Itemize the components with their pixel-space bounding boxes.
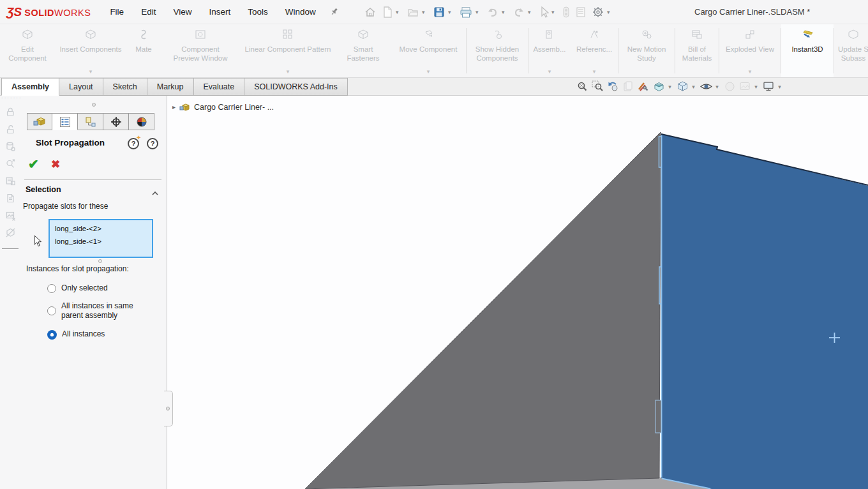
evaluate-tools-icon[interactable] (5, 176, 16, 186)
ribbon-insert-components[interactable]: Insert Components ▾ (55, 24, 126, 77)
cancel-button[interactable]: ✖ (51, 158, 60, 171)
view-orientation-button[interactable] (676, 80, 689, 93)
menu-window[interactable]: Window (285, 7, 316, 17)
model-selected-face-blue[interactable] (661, 134, 868, 489)
tab-configuration-manager[interactable] (78, 113, 103, 130)
pin-menu-button[interactable] (330, 7, 340, 17)
dropdown-arrow[interactable]: ▾ (287, 69, 290, 75)
menu-insert[interactable]: Insert (209, 7, 230, 17)
dynamic-annotation-views-button[interactable] (622, 80, 635, 93)
new-document-button[interactable] (382, 6, 393, 19)
list-item[interactable]: long_side-<2> (50, 222, 152, 235)
document-properties-icon[interactable] (5, 193, 16, 204)
model-side-face-gray[interactable] (305, 132, 661, 489)
tab-property-manager[interactable] (52, 113, 78, 130)
hide-all-types-icon[interactable] (5, 227, 16, 238)
new-dropdown-arrow[interactable]: ▾ (394, 9, 400, 15)
ribbon-component-preview-window[interactable]: ComponentPreview Window (161, 24, 240, 77)
ribbon-update-speedpak-subassemblies[interactable]: Update SSubass (834, 24, 868, 77)
radio-circle[interactable] (47, 284, 56, 293)
hide-show-items-button[interactable] (723, 80, 737, 93)
database-options-icon[interactable] (5, 141, 16, 152)
zoom-to-fit-button[interactable] (576, 80, 589, 93)
panel-splitter-handle[interactable] (164, 391, 173, 426)
redo-dropdown-arrow[interactable]: ▾ (527, 9, 532, 15)
view-settings-dropdown-arrow[interactable]: ▾ (777, 84, 782, 90)
save-dropdown-arrow[interactable]: ▾ (447, 9, 453, 15)
dropdown-arrow[interactable]: ▾ (749, 69, 752, 75)
lock-icon[interactable] (5, 107, 16, 117)
tab-evaluate[interactable]: Evaluate (194, 78, 245, 96)
file-properties-button[interactable] (575, 6, 587, 19)
tab-dimxpert-manager[interactable] (103, 113, 129, 130)
ribbon-show-hidden-components[interactable]: Show HiddenComponents (467, 24, 528, 77)
view-settings-button[interactable] (762, 80, 775, 93)
tab-assembly[interactable]: Assembly (1, 78, 59, 96)
dropdown-arrow[interactable]: ▾ (548, 69, 551, 75)
3d-model-canvas[interactable] (167, 96, 868, 489)
ribbon-reference-geometry[interactable]: Referenc... ▾ (571, 24, 618, 77)
undo-button[interactable] (486, 6, 499, 18)
redo-button[interactable] (513, 6, 525, 18)
save-button[interactable] (433, 6, 445, 19)
graphics-viewport[interactable]: ▸ Cargo Carrier Liner- ... (167, 96, 868, 489)
display-style-button[interactable] (700, 80, 713, 93)
zoom-to-area-button[interactable] (591, 80, 604, 93)
collapse-chevron-icon[interactable] (151, 187, 159, 199)
help-button[interactable]: ? (147, 138, 158, 149)
panel-resize-dot[interactable] (92, 103, 96, 107)
undo-dropdown-arrow[interactable]: ▾ (500, 9, 506, 15)
open-button[interactable] (407, 6, 419, 19)
unlock-icon[interactable] (5, 124, 16, 135)
select-button[interactable] (539, 6, 549, 19)
tab-solidworks-add-ins[interactable]: SOLIDWORKS Add-Ins (244, 78, 348, 96)
ribbon-mate[interactable]: Mate (126, 24, 161, 77)
ribbon-new-motion-study[interactable]: New MotionStudy (618, 24, 675, 77)
radio-only-selected[interactable]: Only selected (47, 283, 108, 293)
rebuild-button[interactable] (562, 6, 570, 19)
print-button[interactable] (459, 6, 473, 19)
dropdown-arrow[interactable]: ▾ (89, 69, 93, 75)
image-quality-icon[interactable] (5, 210, 16, 221)
home-button[interactable] (364, 6, 377, 19)
ribbon-smart-fasteners[interactable]: SmartFasteners (336, 24, 391, 77)
section-view-dropdown-arrow[interactable]: ▾ (667, 84, 673, 90)
previous-view-button[interactable] (606, 80, 620, 93)
open-dropdown-arrow[interactable]: ▾ (421, 9, 426, 15)
print-dropdown-arrow[interactable]: ▾ (474, 9, 480, 15)
dropdown-arrow[interactable]: ▾ (427, 69, 430, 75)
ribbon-move-component[interactable]: Move Component ▾ (391, 24, 466, 77)
options-button[interactable] (592, 6, 604, 19)
breadcrumb[interactable]: ▸ Cargo Carrier Liner- ... (172, 102, 274, 112)
radio-circle-selected[interactable] (47, 330, 57, 340)
expand-arrow-icon[interactable]: ▸ (172, 103, 176, 110)
menu-tools[interactable]: Tools (248, 7, 268, 17)
search-icon[interactable] (5, 158, 16, 169)
select-dropdown-arrow[interactable]: ▾ (550, 9, 556, 15)
tab-display-manager[interactable] (129, 113, 154, 130)
ribbon-assembly-features[interactable]: Assemb... ▾ (528, 24, 571, 77)
view-orientation-dropdown-arrow[interactable]: ▾ (691, 84, 696, 90)
tab-markup[interactable]: Markup (147, 78, 194, 96)
apply-scene-button[interactable] (738, 80, 752, 93)
apply-scene-dropdown-arrow[interactable]: ▾ (753, 84, 759, 90)
tab-layout[interactable]: Layout (59, 78, 103, 96)
tab-feature-manager[interactable] (27, 113, 52, 130)
tab-sketch[interactable]: Sketch (103, 78, 147, 96)
menu-edit[interactable]: Edit (141, 7, 156, 17)
ok-button[interactable]: ✔ (28, 156, 39, 172)
section-view-button[interactable] (652, 80, 666, 93)
listbox-resize-dot[interactable] (98, 259, 102, 263)
ribbon-linear-component-pattern[interactable]: Linear Component Pattern ▾ (240, 24, 336, 77)
radio-all-instances[interactable]: All instances (47, 329, 105, 340)
menu-view[interactable]: View (173, 7, 191, 17)
whats-new-help-button[interactable]: ? (128, 138, 139, 149)
ribbon-edit-component[interactable]: EditComponent (0, 24, 55, 77)
options-dropdown-arrow[interactable]: ▾ (606, 9, 611, 15)
radio-circle[interactable] (47, 306, 56, 315)
slot-selection-listbox[interactable]: long_side-<2> long_side-<1> (49, 219, 153, 258)
ribbon-exploded-view[interactable]: Exploded View ▾ (719, 24, 781, 77)
strip-grip-handle[interactable]: ······· (1, 96, 22, 100)
menu-file[interactable]: File (110, 7, 124, 17)
ribbon-instant3d[interactable]: Instant3D (781, 24, 834, 77)
